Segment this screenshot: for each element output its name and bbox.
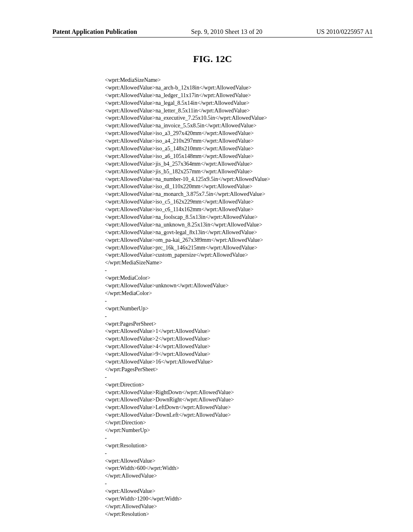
xml-line: <wprt:AllowedValue>na_foolscap_8.5x13in<… bbox=[105, 214, 258, 220]
xml-line: </wprt:Direction> bbox=[105, 420, 146, 426]
xml-line: <wprt:AllowedValue>4</wprt:AllowedValue> bbox=[105, 343, 211, 349]
xml-line: - bbox=[105, 480, 107, 486]
xml-line: <wprt:NumberUp> bbox=[105, 305, 148, 312]
xml-line: - bbox=[105, 374, 107, 380]
xml-line: - bbox=[105, 450, 107, 456]
xml-line: <wprt:AllowedValue>iso_c6_114x162mm</wpr… bbox=[105, 206, 254, 212]
xml-line: <wprt:AllowedValue>na_ledger_11x17in</wp… bbox=[105, 92, 251, 98]
xml-line: <wprt:AllowedValue>na_govt-legal_8x13in<… bbox=[105, 229, 257, 235]
xml-line: - bbox=[105, 313, 107, 319]
xml-line: <wprt:AllowedValue>iso_a4_210x297mm</wpr… bbox=[105, 138, 254, 144]
xml-line: <wprt:MediaColor> bbox=[105, 275, 150, 281]
page-header: Patent Application Publication Sep. 9, 2… bbox=[52, 28, 373, 37]
xml-line: <wprt:Width>1200</wprt:Width> bbox=[105, 496, 182, 502]
page-container: Patent Application Publication Sep. 9, 2… bbox=[0, 0, 413, 518]
xml-line: <wprt:AllowedValue>1</wprt:AllowedValue> bbox=[105, 328, 211, 334]
xml-line: <wprt:AllowedValue>2</wprt:AllowedValue> bbox=[105, 336, 211, 342]
figure-title: FIG. 12C bbox=[52, 54, 373, 64]
xml-line: <wprt:Direction> bbox=[105, 382, 144, 388]
xml-line: <wprt:AllowedValue>iso_dl_110x220mm</wpr… bbox=[105, 183, 252, 189]
xml-line: - bbox=[105, 298, 107, 304]
xml-line: <wprt:AllowedValue> bbox=[105, 458, 155, 464]
xml-line: <wprt:AllowedValue> bbox=[105, 488, 155, 494]
xml-line: <wprt:AllowedValue>LeftDown</wprt:Allowe… bbox=[105, 404, 231, 410]
header-left: Patent Application Publication bbox=[52, 28, 137, 35]
xml-line: </wprt:AllowedValue> bbox=[105, 503, 157, 509]
xml-line: - bbox=[105, 267, 107, 273]
xml-line: <wprt:AllowedValue>na_monarch_3.875x7.5i… bbox=[105, 191, 265, 197]
xml-line: <wprt:AllowedValue>iso_a5_148x210mm</wpr… bbox=[105, 145, 254, 152]
xml-line: <wprt:AllowedValue>RightDown</wprt:Allow… bbox=[105, 389, 234, 395]
xml-line: <wprt:AllowedValue>9</wprt:AllowedValue> bbox=[105, 351, 211, 357]
xml-line: <wprt:AllowedValue>jis_b5_182x257mm</wpr… bbox=[105, 168, 253, 175]
xml-line: <wprt:AllowedValue>na_invoice_5.5x8.5in<… bbox=[105, 123, 257, 129]
xml-line: <wprt:PagesPerSheet> bbox=[105, 321, 156, 327]
xml-line: <wprt:AllowedValue>prc_16k_146x215mm</wp… bbox=[105, 245, 257, 251]
xml-line: <wprt:AllowedValue>16</wprt:AllowedValue… bbox=[105, 359, 213, 365]
xml-line: <wprt:AllowedValue>iso_a6_105x148mm</wpr… bbox=[105, 153, 254, 159]
xml-line: <wprt:AllowedValue>DownRight</wprt:Allow… bbox=[105, 397, 234, 403]
xml-line: <wprt:AllowedValue>na_executive_7.25x10.… bbox=[105, 115, 267, 121]
xml-line: </wprt:MediaColor> bbox=[105, 290, 152, 296]
xml-line: <wprt:AllowedValue>na_legal_8.5x14in</wp… bbox=[105, 100, 250, 106]
xml-line: <wprt:Width>600</wprt:Width> bbox=[105, 465, 179, 471]
xml-line: <wprt:AllowedValue>jis_b4_257x364mm</wpr… bbox=[105, 161, 253, 167]
xml-line: <wprt:AllowedValue>iso_a3_297x420mm</wpr… bbox=[105, 130, 254, 136]
xml-line: <wprt:AllowedValue>na_number-10_4.125x9.… bbox=[105, 176, 270, 182]
xml-code-block: <wprt:MediaSizeName> <wprt:AllowedValue>… bbox=[52, 77, 373, 518]
xml-line: <wprt:MediaSizeName> bbox=[105, 77, 161, 83]
xml-line: <wprt:AllowedValue>custom_papersize</wpr… bbox=[105, 252, 248, 258]
xml-line: <wprt:AllowedValue>na_unknown_8.25x13in<… bbox=[105, 222, 262, 228]
xml-line: </wprt:NumberUp> bbox=[105, 427, 150, 433]
header-right: US 2010/0225957 A1 bbox=[316, 28, 373, 35]
xml-line: </wprt:PagesPerSheet> bbox=[105, 366, 158, 372]
xml-line: <wprt:AllowedValue>iso_c5_162x229mm</wpr… bbox=[105, 199, 254, 205]
xml-line: <wprt:AllowedValue>na_letter_8.5x11in</w… bbox=[105, 108, 250, 114]
xml-line: <wprt:Resolution> bbox=[105, 443, 148, 449]
xml-line: <wprt:AllowedValue>DownLeft</wprt:Allowe… bbox=[105, 412, 231, 418]
xml-line: <wprt:AllowedValue>na_arch-b_12x18in</wp… bbox=[105, 85, 252, 91]
xml-line: </wprt:AllowedValue> bbox=[105, 473, 157, 479]
xml-line: </wprt:Resolution> bbox=[105, 511, 149, 517]
xml-line: <wprt:AllowedValue>om_pa-kai_267x389mm</… bbox=[105, 237, 263, 243]
xml-line: - bbox=[105, 435, 107, 441]
header-center: Sep. 9, 2010 Sheet 13 of 20 bbox=[191, 28, 263, 35]
xml-line: </wprt:MediaSizeName> bbox=[105, 260, 163, 266]
xml-line: <wprt:AllowedValue>unknown</wprt:Allowed… bbox=[105, 283, 229, 289]
